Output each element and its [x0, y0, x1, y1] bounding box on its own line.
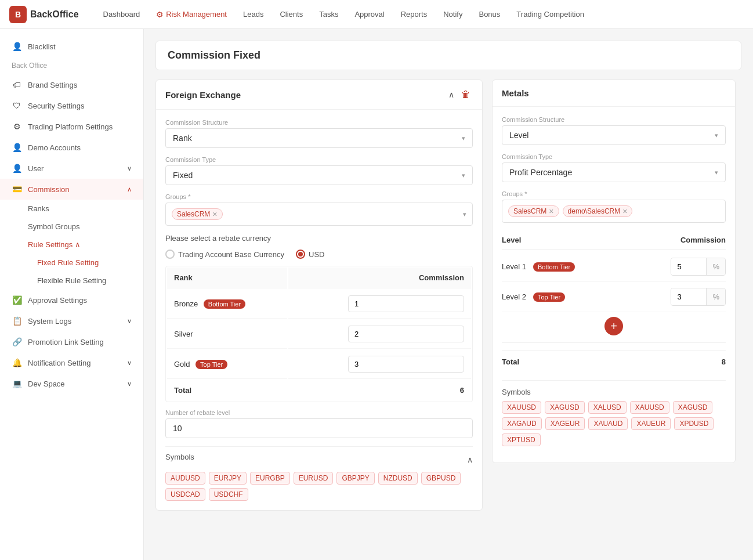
metals-symbols-section: Symbols XAUUSD XAGUSD XALUSD XAUUSD XAGU…: [502, 388, 726, 446]
metals-commission-type-value: Profit Percentage: [509, 168, 572, 177]
bronze-input[interactable]: [348, 295, 464, 312]
commission-structure-value: Rank: [173, 133, 192, 143]
add-level-button[interactable]: +: [604, 317, 623, 335]
back-office-section-label: Back Office: [0, 57, 143, 74]
groups-field[interactable]: SalesCRM × ▾: [165, 203, 473, 226]
total-label-cell: Total: [167, 380, 287, 400]
bottom-tier-badge: Bottom Tier: [204, 299, 245, 309]
gold-commission-cell: [288, 350, 471, 379]
sidebar-item-security-settings[interactable]: 🛡 Security Settings: [0, 95, 143, 116]
level-2-input-group: %: [671, 288, 726, 306]
sidebar-item-rule-settings[interactable]: Rule Settings ∧: [0, 236, 143, 254]
demo-icon: 👤: [12, 143, 22, 152]
gold-input[interactable]: [348, 356, 464, 373]
groups-arrow-icon: ▾: [463, 211, 466, 218]
total-label: Total: [502, 357, 519, 366]
metal-symbol-chip: XAGAUD: [502, 417, 542, 430]
commission-col-header: Commission: [288, 268, 471, 288]
sidebar-item-brand-settings[interactable]: 🏷 Brand Settings: [0, 74, 143, 95]
table-row: Gold Top Tier: [167, 350, 471, 379]
metals-tag-close-2-icon[interactable]: ×: [622, 207, 627, 215]
nav-clients[interactable]: Clients: [278, 8, 304, 21]
level-2-commission: %: [671, 288, 726, 306]
user-icon: 👤: [12, 42, 22, 51]
commission-structure-select[interactable]: Rank ▾: [165, 128, 473, 148]
table-row: Bronze Bottom Tier: [167, 290, 471, 319]
metal-symbol-chip: XPTUSD: [502, 433, 541, 446]
delete-button[interactable]: 🗑: [459, 88, 473, 101]
commission-type-group: Commission Type Fixed ▾: [165, 156, 473, 185]
sidebar-item-promotion-link[interactable]: 🔗 Promotion Link Setting: [0, 331, 143, 352]
level-1-row: Level 1 Bottom Tier %: [502, 252, 726, 282]
nav-notify[interactable]: Notify: [442, 8, 464, 21]
sidebar-item-demo-accounts[interactable]: 👤 Demo Accounts: [0, 137, 143, 158]
tag-close-icon[interactable]: ×: [212, 210, 217, 218]
nav-leads[interactable]: Leads: [242, 8, 265, 21]
top-navigation: B BackOffice Dashboard ⚙ Risk Management…: [0, 0, 753, 29]
levels-section: Level Commission Level 1 Bottom Tier: [502, 231, 726, 446]
system-logs-chevron-icon: ∨: [127, 317, 132, 325]
page-title: Commission Fixed: [168, 49, 260, 61]
metals-tag-label2: demo\SalesCRM: [568, 207, 621, 215]
metals-title: Metals: [502, 88, 529, 98]
level-1-commission: %: [671, 258, 726, 276]
metals-tag-close-1-icon[interactable]: ×: [549, 207, 553, 215]
metals-commission-type-group: Commission Type Profit Percentage ▾: [502, 153, 726, 182]
nav-reports[interactable]: Reports: [400, 8, 429, 21]
level-1-label: Level 1 Bottom Tier: [502, 262, 575, 272]
select-arrow-icon: ▾: [462, 135, 465, 142]
sidebar-item-flexible-rule-setting[interactable]: Flexible Rule Setting: [0, 272, 143, 290]
levels-col2-header: Commission: [680, 236, 726, 244]
metals-groups-field[interactable]: SalesCRM × demo\SalesCRM ×: [502, 200, 726, 223]
metals-commission-structure-value: Level: [509, 131, 528, 140]
silver-input[interactable]: [348, 326, 464, 342]
radio-circle-usd: [296, 250, 305, 259]
level-1-input[interactable]: [671, 258, 706, 275]
radio-usd[interactable]: USD: [296, 250, 324, 259]
sidebar-item-dev-space[interactable]: 💻 Dev Space ∨: [0, 373, 143, 394]
metal-symbol-chip: XPDUSD: [674, 417, 714, 430]
sidebar-item-trading-platform[interactable]: ⚙ Trading Platform Settings: [0, 116, 143, 137]
foreign-exchange-section: Foreign Exchange ∧ 🗑 Commission Structur…: [155, 80, 483, 511]
symbol-chip: EURUSD: [294, 472, 334, 485]
collapse-button[interactable]: ∧: [448, 90, 454, 99]
metals-symbols-chips: XAUUSD XAGUSD XALUSD XAUUSD XAGUSD XAGAU…: [502, 401, 726, 446]
tag-label: SalesCRM: [177, 210, 210, 218]
sidebar-item-symbol-groups[interactable]: Symbol Groups: [0, 218, 143, 236]
commission-type-select[interactable]: Fixed ▾: [165, 165, 473, 185]
nav-bonus[interactable]: Bonus: [477, 8, 501, 21]
metals-commission-structure-group: Commission Structure Level ▾: [502, 116, 726, 145]
metal-symbol-chip: XAUAUD: [588, 417, 628, 430]
radio-base-currency[interactable]: Trading Account Base Currency: [165, 250, 284, 259]
sidebar-item-fixed-rule-setting[interactable]: Fixed Rule Setting: [0, 254, 143, 272]
table-row: Silver: [167, 320, 471, 349]
rank-col-header: Rank: [167, 268, 287, 288]
symbols-section: Symbols ∧ AUDUSD EURJPY EURGBP EURUSD GB…: [165, 446, 473, 501]
sidebar-item-system-logs[interactable]: 📋 System Logs ∨: [0, 310, 143, 331]
level-2-input[interactable]: [671, 288, 706, 305]
sidebar-item-notification-setting[interactable]: 🔔 Notification Setting ∨: [0, 352, 143, 373]
nav-trading-competition[interactable]: Trading Competition: [515, 8, 585, 21]
sidebar-item-ranks[interactable]: Ranks: [0, 200, 143, 218]
nav-approval[interactable]: Approval: [353, 8, 385, 21]
metals-commission-type-select[interactable]: Profit Percentage ▾: [502, 162, 726, 182]
nav-risk-management[interactable]: ⚙ Risk Management: [155, 8, 228, 21]
rebate-level-input[interactable]: [165, 418, 473, 438]
metals-commission-structure-label: Commission Structure: [502, 116, 726, 123]
nav-dashboard[interactable]: Dashboard: [102, 8, 142, 21]
metals-tag-demo-salescrm: demo\SalesCRM ×: [563, 205, 633, 217]
sidebar-item-commission[interactable]: 💳 Commission ∧: [0, 179, 143, 200]
metals-commission-structure-select[interactable]: Level ▾: [502, 125, 726, 145]
foreign-exchange-header: Foreign Exchange ∧ 🗑: [156, 80, 482, 110]
rule-settings-chevron-icon: ∧: [75, 240, 81, 249]
groups-label: Groups *: [165, 193, 473, 200]
rank-table: Rank Commission Bronze Bottom Tier: [165, 266, 473, 402]
rebate-currency-label: Please select a rebate currency: [165, 234, 473, 243]
nav-tasks[interactable]: Tasks: [318, 8, 339, 21]
logo[interactable]: B BackOffice: [9, 6, 79, 23]
symbols-collapse-button[interactable]: ∧: [467, 455, 473, 464]
bronze-rank-cell: Bronze Bottom Tier: [167, 290, 287, 319]
sidebar-item-user[interactable]: 👤 User ∨: [0, 158, 143, 179]
sidebar-item-approval-settings[interactable]: ✅ Approval Settings: [0, 290, 143, 310]
sidebar-item-blacklist[interactable]: 👤 Blacklist: [0, 36, 143, 57]
